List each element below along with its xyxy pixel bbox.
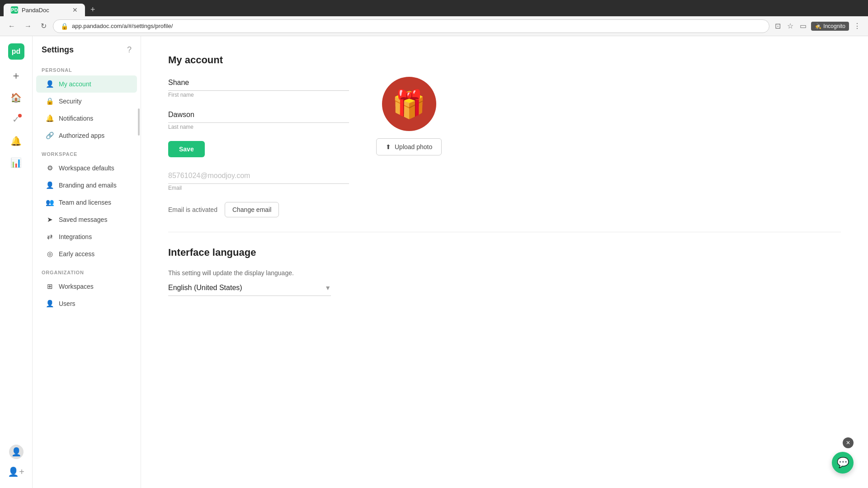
upload-photo-label: Upload photo (395, 143, 432, 150)
my-account-icon: 👤 (45, 80, 54, 89)
sidebar-item-security[interactable]: 🔒 Security (36, 93, 137, 110)
sidebar-item-saved-messages[interactable]: ➤ Saved messages (36, 211, 137, 228)
left-rail: pd + 🏠 ✓ 🔔 📊 👤 👤+ (0, 36, 33, 488)
incognito-badge: 🕵 Incognito (811, 22, 849, 31)
forward-button[interactable]: → (22, 20, 34, 32)
sidebar-item-team-licenses[interactable]: 👥 Team and licenses (36, 194, 137, 211)
help-icon[interactable]: ? (127, 45, 132, 55)
chart-rail-item[interactable]: 📊 (7, 154, 25, 172)
users-label: Users (59, 300, 75, 307)
email-status: Email is activated (168, 206, 217, 213)
sidebar-item-workspaces[interactable]: ⊞ Workspaces (36, 278, 137, 295)
app-layout: pd + 🏠 ✓ 🔔 📊 👤 👤+ Settings ? PERSONAL 👤 … (0, 36, 868, 488)
workspace-section-label: WORKSPACE (33, 144, 141, 160)
branding-emails-label: Branding and emails (59, 182, 117, 189)
personal-section-label: PERSONAL (33, 60, 141, 75)
cast-icon[interactable]: ⊡ (773, 20, 783, 32)
incognito-label: Incognito (823, 23, 845, 29)
lock-icon: 🔒 (61, 23, 68, 30)
language-select[interactable]: English (United States) ▼ (168, 284, 331, 296)
chat-bubble-button[interactable]: 💬 (832, 452, 854, 474)
tab-close-button[interactable]: ✕ (72, 6, 78, 14)
my-account-section: My account First name Last name Save (168, 54, 841, 217)
branding-emails-icon: 👤 (45, 181, 54, 190)
first-name-input[interactable] (168, 77, 349, 91)
early-access-label: Early access (59, 250, 94, 258)
workspace-defaults-icon: ⚙ (45, 164, 54, 173)
security-icon: 🔒 (45, 97, 54, 106)
home-rail-item[interactable]: 🏠 (7, 89, 25, 107)
sidebar-item-workspace-defaults[interactable]: ⚙ Workspace defaults (36, 160, 137, 177)
sidebar-wrapper: Settings ? PERSONAL 👤 My account 🔒 Secur… (33, 36, 141, 488)
user-avatar-rail[interactable]: 👤 (9, 445, 24, 459)
avatar-icon: 👤 (11, 447, 21, 457)
check-rail-item[interactable]: ✓ (7, 110, 25, 128)
chat-close-button[interactable]: ✕ (843, 437, 854, 448)
notifications-label: Notifications (59, 115, 93, 122)
sidebar-item-integrations[interactable]: ⇄ Integrations (36, 228, 137, 245)
sidebar-item-authorized-apps[interactable]: 🔗 Authorized apps (36, 127, 137, 144)
address-text: app.pandadoc.com/a/#/settings/profile/ (72, 23, 173, 29)
settings-title: Settings (42, 45, 74, 55)
sidebar-item-branding-emails[interactable]: 👤 Branding and emails (36, 177, 137, 194)
upload-photo-button[interactable]: ⬆ Upload photo (376, 138, 442, 155)
browser-tabs: PD PandaDoc ✕ + (0, 0, 868, 16)
language-description: This setting will update the display lan… (168, 269, 841, 277)
integrations-label: Integrations (59, 233, 92, 240)
browser-toolbar: ← → ↻ 🔒 app.pandadoc.com/a/#/settings/pr… (0, 16, 868, 36)
menu-icon[interactable]: ⋮ (852, 20, 863, 32)
new-tab-button[interactable]: + (87, 3, 99, 16)
sidebar-toggle-icon[interactable]: ▭ (798, 20, 808, 32)
last-name-label: Last name (168, 124, 349, 130)
toolbar-actions: ⊡ ☆ ▭ 🕵 Incognito ⋮ (773, 20, 863, 32)
active-tab[interactable]: PD PandaDoc ✕ (4, 4, 85, 16)
early-access-icon: ◎ (45, 249, 54, 258)
bell-rail-item[interactable]: 🔔 (7, 132, 25, 150)
interface-language-heading: Interface language (168, 247, 841, 258)
back-button[interactable]: ← (5, 20, 18, 32)
add-button[interactable]: + (7, 67, 25, 85)
section-divider-1 (168, 232, 841, 232)
chat-icon: 💬 (837, 457, 849, 469)
email-label: Email (168, 185, 349, 191)
email-field: Email (168, 170, 349, 191)
authorized-apps-label: Authorized apps (59, 132, 104, 139)
app-logo[interactable]: pd (8, 43, 24, 60)
sidebar-scroll: PERSONAL 👤 My account 🔒 Security 🔔 Notif… (33, 60, 141, 319)
save-button[interactable]: Save (168, 141, 205, 157)
add-user-rail-item[interactable]: 👤+ (7, 463, 25, 481)
photo-area: ⬆ Upload photo (376, 77, 442, 217)
sidebar-item-notifications[interactable]: 🔔 Notifications (36, 110, 137, 127)
notifications-icon: 🔔 (45, 114, 54, 123)
tab-title: PandaDoc (22, 7, 49, 14)
team-licenses-icon: 👥 (45, 198, 54, 207)
refresh-button[interactable]: ↻ (38, 20, 49, 32)
security-label: Security (59, 98, 82, 105)
bookmark-icon[interactable]: ☆ (785, 20, 795, 32)
sidebar-scrollbar-thumb[interactable] (138, 108, 140, 136)
sidebar-item-early-access[interactable]: ◎ Early access (36, 245, 137, 263)
users-icon: 👤 (45, 299, 54, 308)
browser-chrome: PD PandaDoc ✕ + ← → ↻ 🔒 app.pandadoc.com… (0, 0, 868, 36)
saved-messages-icon: ➤ (45, 215, 54, 224)
last-name-field: Last name (168, 109, 349, 130)
incognito-icon: 🕵 (815, 23, 821, 29)
change-email-button[interactable]: Change email (225, 202, 279, 217)
profile-area: First name Last name Save Email Email is… (168, 77, 841, 217)
sidebar-item-my-account[interactable]: 👤 My account (36, 75, 137, 93)
integrations-icon: ⇄ (45, 232, 54, 241)
last-name-input[interactable] (168, 109, 349, 123)
interface-language-section: Interface language This setting will upd… (168, 247, 841, 296)
sidebar-item-users[interactable]: 👤 Users (36, 295, 137, 312)
address-bar[interactable]: 🔒 app.pandadoc.com/a/#/settings/profile/ (53, 19, 769, 33)
close-icon: ✕ (846, 440, 850, 446)
email-input (168, 170, 349, 184)
workspace-defaults-label: Workspace defaults (59, 164, 114, 172)
main-content: My account First name Last name Save (141, 36, 868, 488)
organization-section-label: ORGANIZATION (33, 263, 141, 278)
first-name-field: First name (168, 77, 349, 98)
language-value: English (United States) (168, 284, 325, 292)
logo-text: pd (12, 47, 21, 56)
team-licenses-label: Team and licenses (59, 199, 111, 206)
form-area: First name Last name Save Email Email is… (168, 77, 349, 217)
